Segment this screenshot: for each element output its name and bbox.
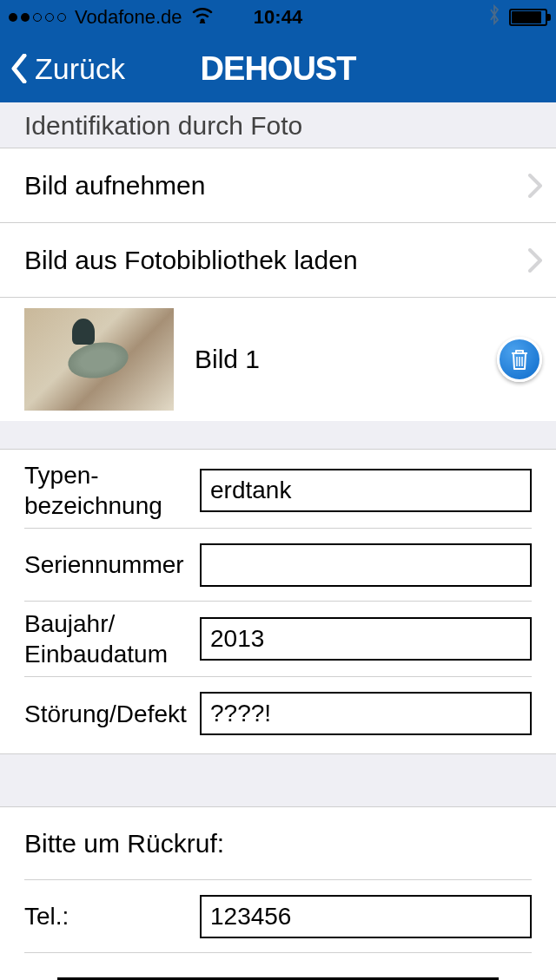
- image-row: Bild 1: [0, 298, 556, 421]
- load-photo-row[interactable]: Bild aus Fotobibliothek laden: [0, 223, 556, 298]
- defect-row: Störung/Defekt: [24, 677, 532, 750]
- defect-input[interactable]: [200, 692, 532, 735]
- take-photo-row[interactable]: Bild aufnehmen: [0, 148, 556, 223]
- chevron-left-icon: [10, 54, 28, 83]
- image-label: Bild 1: [195, 345, 497, 374]
- callback-section: Bitte um Rückruf: Tel.: Serviceanfrage a…: [0, 806, 556, 980]
- year-input[interactable]: [200, 617, 532, 661]
- load-photo-label: Bild aus Fotobibliothek laden: [24, 246, 528, 275]
- serial-input[interactable]: [200, 543, 532, 587]
- app-title: DEHOUST: [201, 50, 356, 88]
- chevron-right-icon: [528, 174, 542, 198]
- year-label: Baujahr/ Einbaudatum: [24, 602, 200, 676]
- image-thumbnail[interactable]: [24, 308, 174, 411]
- type-label: Typen- bezeichnung: [24, 453, 200, 528]
- carrier-label: Vodafone.de: [75, 6, 182, 29]
- year-row: Baujahr/ Einbaudatum: [24, 602, 532, 677]
- photo-section-header: Identifikation durch Foto: [0, 102, 556, 148]
- form-section: Typen- bezeichnung Seriennummer Baujahr/…: [0, 449, 556, 754]
- status-bar: Vodafone.de 10:44: [0, 0, 556, 35]
- back-label: Zurück: [35, 52, 125, 86]
- back-button[interactable]: Zurück: [10, 52, 125, 86]
- chevron-right-icon: [528, 248, 542, 273]
- trash-icon: [508, 347, 531, 372]
- type-input[interactable]: [200, 469, 532, 512]
- tel-row: Tel.:: [24, 880, 532, 953]
- battery-icon: [509, 9, 547, 26]
- delete-image-button[interactable]: [497, 337, 542, 382]
- bluetooth-icon: [488, 4, 500, 30]
- nav-bar: Zurück DEHOUST: [0, 35, 556, 102]
- defect-label: Störung/Defekt: [24, 692, 200, 736]
- svg-point-0: [200, 19, 204, 23]
- take-photo-label: Bild aufnehmen: [24, 171, 528, 201]
- tel-input[interactable]: [200, 895, 532, 938]
- type-row: Typen- bezeichnung: [24, 453, 532, 529]
- serial-row: Seriennummer: [24, 529, 532, 602]
- spacer: [0, 754, 556, 806]
- status-time: 10:44: [254, 6, 302, 29]
- serial-label: Seriennummer: [24, 543, 200, 587]
- signal-dots: [9, 13, 66, 22]
- tel-label: Tel.:: [24, 894, 200, 938]
- wifi-icon: [191, 6, 214, 29]
- callback-title: Bitte um Rückruf:: [24, 807, 532, 880]
